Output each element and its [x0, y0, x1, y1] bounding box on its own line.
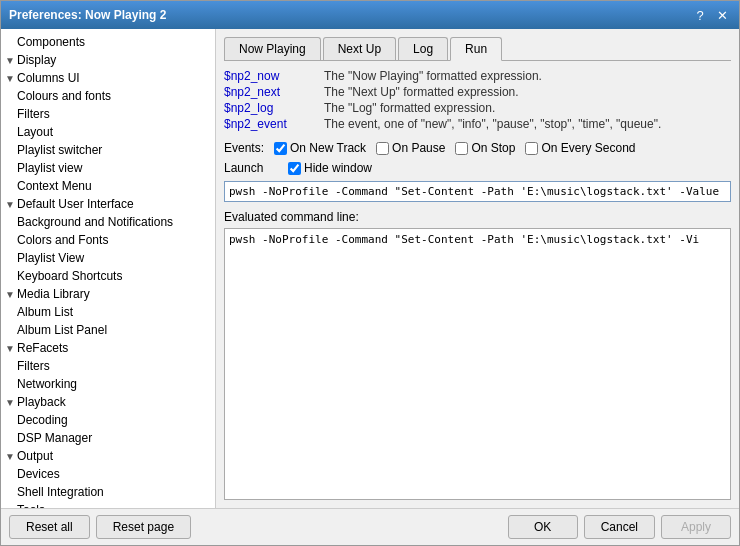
variable-name: $np2_now — [224, 69, 324, 83]
sidebar-item-playlist-switcher[interactable]: Playlist switcher — [1, 141, 215, 159]
sidebar-item-playlist-view[interactable]: Playlist view — [1, 159, 215, 177]
events-row: Events: On New TrackOn PauseOn StopOn Ev… — [224, 141, 731, 155]
tree-toggle-icon: ▼ — [5, 73, 17, 84]
variable-name: $np2_event — [224, 117, 324, 131]
tree-toggle-icon: ▼ — [5, 343, 17, 354]
sidebar-item-label: Filters — [17, 107, 50, 121]
sidebar-item-label: Devices — [17, 467, 60, 481]
sidebar-item-label: Filters — [17, 359, 50, 373]
tree-toggle-icon: ▼ — [5, 199, 17, 210]
checkbox-text-on-every-second: On Every Second — [541, 141, 635, 155]
launch-label: Launch — [224, 161, 278, 175]
tab-now-playing[interactable]: Now Playing — [224, 37, 321, 60]
sidebar-item-keyboard-shortcuts[interactable]: Keyboard Shortcuts — [1, 267, 215, 285]
bottom-right-buttons: OK Cancel Apply — [508, 515, 731, 539]
bottom-left-buttons: Reset all Reset page — [9, 515, 191, 539]
tab-content-run: $np2_nowThe "Now Playing" formatted expr… — [224, 69, 731, 500]
variable-row: $np2_eventThe event, one of "new", "info… — [224, 117, 731, 131]
checkbox-label-on-every-second[interactable]: On Every Second — [525, 141, 635, 155]
sidebar-item-tools[interactable]: ▼Tools — [1, 501, 215, 508]
sidebar-item-refacets[interactable]: ▼ReFacets — [1, 339, 215, 357]
variable-desc: The "Log" formatted expression. — [324, 101, 495, 115]
sidebar-item-label: Columns UI — [17, 71, 80, 85]
sidebar-item-components[interactable]: Components — [1, 33, 215, 51]
hide-window-checkbox[interactable] — [288, 162, 301, 175]
variable-row: $np2_nextThe "Next Up" formatted express… — [224, 85, 731, 99]
variable-row: $np2_nowThe "Now Playing" formatted expr… — [224, 69, 731, 83]
sidebar-item-devices[interactable]: Devices — [1, 465, 215, 483]
tab-log[interactable]: Log — [398, 37, 448, 60]
hide-window-label[interactable]: Hide window — [288, 161, 372, 175]
sidebar-item-colours-fonts[interactable]: Colours and fonts — [1, 87, 215, 105]
sidebar-item-media-library[interactable]: ▼Media Library — [1, 285, 215, 303]
checkbox-text-on-pause: On Pause — [392, 141, 445, 155]
events-checkboxes: On New TrackOn PauseOn StopOn Every Seco… — [274, 141, 644, 155]
reset-all-button[interactable]: Reset all — [9, 515, 90, 539]
checkbox-on-new-track[interactable] — [274, 142, 287, 155]
events-label: Events: — [224, 141, 264, 155]
reset-page-button[interactable]: Reset page — [96, 515, 191, 539]
sidebar-item-context-menu[interactable]: Context Menu — [1, 177, 215, 195]
checkbox-on-stop[interactable] — [455, 142, 468, 155]
sidebar-item-playback[interactable]: ▼Playback — [1, 393, 215, 411]
sidebar-item-label: ReFacets — [17, 341, 68, 355]
sidebar-item-label: Media Library — [17, 287, 90, 301]
sidebar-item-label: Playlist View — [17, 251, 84, 265]
checkbox-label-on-pause[interactable]: On Pause — [376, 141, 445, 155]
sidebar-item-label: Components — [17, 35, 85, 49]
checkbox-label-on-stop[interactable]: On Stop — [455, 141, 515, 155]
sidebar-item-dsp-manager[interactable]: DSP Manager — [1, 429, 215, 447]
tree-toggle-icon: ▼ — [5, 397, 17, 408]
sidebar-item-filters[interactable]: Filters — [1, 105, 215, 123]
help-button[interactable]: ? — [691, 6, 709, 24]
preferences-window: Preferences: Now Playing 2 ? ✕ Component… — [0, 0, 740, 546]
sidebar-item-display[interactable]: ▼Display — [1, 51, 215, 69]
sidebar-item-label: Album List Panel — [17, 323, 107, 337]
checkbox-on-pause[interactable] — [376, 142, 389, 155]
sidebar-item-label: Keyboard Shortcuts — [17, 269, 122, 283]
close-button[interactable]: ✕ — [713, 6, 731, 24]
sidebar-item-filters2[interactable]: Filters — [1, 357, 215, 375]
sidebar-item-columns-ui[interactable]: ▼Columns UI — [1, 69, 215, 87]
cancel-button[interactable]: Cancel — [584, 515, 655, 539]
sidebar-item-networking[interactable]: Networking — [1, 375, 215, 393]
main-content: Now PlayingNext UpLogRun $np2_nowThe "No… — [216, 29, 739, 508]
tab-next-up[interactable]: Next Up — [323, 37, 396, 60]
tree-toggle-icon: ▼ — [5, 55, 17, 66]
sidebar-item-label: Colours and fonts — [17, 89, 111, 103]
sidebar-item-label: Decoding — [17, 413, 68, 427]
sidebar-item-background-notifications[interactable]: Background and Notifications — [1, 213, 215, 231]
ok-button[interactable]: OK — [508, 515, 578, 539]
sidebar-item-label: Default User Interface — [17, 197, 134, 211]
apply-button[interactable]: Apply — [661, 515, 731, 539]
window-title: Preferences: Now Playing 2 — [9, 8, 166, 22]
variable-name: $np2_next — [224, 85, 324, 99]
tab-run[interactable]: Run — [450, 37, 502, 61]
tab-bar: Now PlayingNext UpLogRun — [224, 37, 731, 61]
checkbox-on-every-second[interactable] — [525, 142, 538, 155]
sidebar-item-label: Background and Notifications — [17, 215, 173, 229]
sidebar-item-label: Colors and Fonts — [17, 233, 108, 247]
command-input[interactable] — [224, 181, 731, 202]
evaluated-content[interactable]: pwsh -NoProfile -Command "Set-Content -P… — [224, 228, 731, 500]
sidebar-item-shell-integration[interactable]: Shell Integration — [1, 483, 215, 501]
sidebar-item-label: Display — [17, 53, 56, 67]
sidebar-item-layout[interactable]: Layout — [1, 123, 215, 141]
tree-toggle-icon: ▼ — [5, 289, 17, 300]
evaluated-label: Evaluated command line: — [224, 210, 731, 224]
sidebar-item-output[interactable]: ▼Output — [1, 447, 215, 465]
sidebar-item-album-list[interactable]: Album List — [1, 303, 215, 321]
sidebar-item-label: Playlist view — [17, 161, 82, 175]
bottom-bar: Reset all Reset page OK Cancel Apply — [1, 508, 739, 545]
sidebar-item-decoding[interactable]: Decoding — [1, 411, 215, 429]
sidebar-item-default-user-interface[interactable]: ▼Default User Interface — [1, 195, 215, 213]
variable-desc: The "Next Up" formatted expression. — [324, 85, 519, 99]
launch-row: Launch Hide window — [224, 161, 731, 175]
title-bar: Preferences: Now Playing 2 ? ✕ — [1, 1, 739, 29]
checkbox-label-on-new-track[interactable]: On New Track — [274, 141, 366, 155]
sidebar-item-playlist-view2[interactable]: Playlist View — [1, 249, 215, 267]
sidebar-item-label: Album List — [17, 305, 73, 319]
sidebar-item-label: Playback — [17, 395, 66, 409]
sidebar-item-colors-and-fonts[interactable]: Colors and Fonts — [1, 231, 215, 249]
sidebar-item-album-list-panel[interactable]: Album List Panel — [1, 321, 215, 339]
